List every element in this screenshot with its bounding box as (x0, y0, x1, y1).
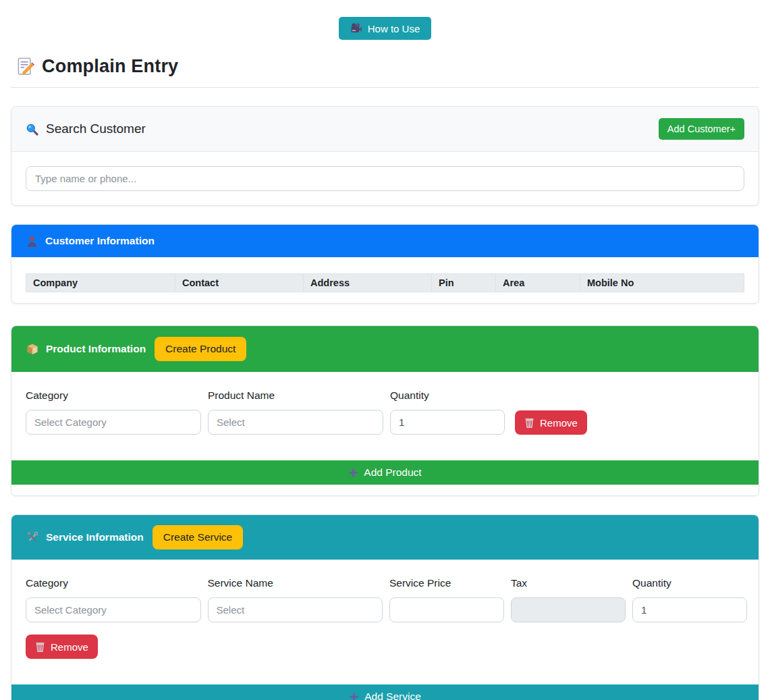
service-fields-body: Category Service Name Service Price Tax … (11, 560, 759, 684)
remove-product-label: Remove (540, 417, 578, 429)
service-category-select[interactable] (26, 597, 201, 622)
service-row: Category Service Name Service Price Tax … (26, 577, 747, 622)
package-icon (26, 343, 38, 355)
service-info-card: Service Information Create Service Categ… (11, 514, 759, 700)
service-tax-input (511, 597, 626, 622)
plus-icon (348, 468, 358, 478)
hammer-and-wrench-icon (26, 531, 38, 543)
page-container: Complain Entry Search Customer Add Custo… (0, 56, 770, 700)
wastebasket-icon (35, 641, 45, 652)
service-price-input[interactable] (389, 597, 504, 622)
column-header-mobile: Mobile No (580, 274, 744, 292)
product-fields-body: Category Product Name Quantity (11, 372, 759, 460)
product-quantity-label: Quantity (390, 389, 505, 402)
product-info-card: Product Information Create Product Categ… (11, 325, 759, 496)
product-name-select[interactable] (208, 410, 383, 435)
customer-info-card: Customer Information Company Contact Add… (11, 224, 759, 304)
service-remove-row: Remove (26, 635, 747, 659)
column-header-pin: Pin (432, 274, 496, 292)
service-info-title: Service Information (46, 531, 144, 543)
add-customer-button[interactable]: Add Customer+ (659, 118, 744, 140)
plus-icon (349, 692, 359, 700)
create-service-button[interactable]: Create Service (153, 525, 244, 549)
remove-service-label: Remove (51, 641, 88, 653)
customer-table-wrap: Company Contact Address Pin Area Mobile … (11, 257, 759, 303)
page-title: Complain Entry (42, 56, 178, 77)
service-name-label: Service Name (208, 577, 383, 589)
service-category-label: Category (26, 577, 201, 589)
search-customer-title: Search Customer (46, 122, 146, 136)
create-product-button[interactable]: Create Product (155, 337, 246, 361)
customer-table: Company Contact Address Pin Area Mobile … (26, 273, 744, 292)
column-header-address: Address (304, 274, 432, 292)
wastebasket-icon (524, 417, 534, 428)
column-header-contact: Contact (175, 274, 304, 292)
movie-camera-icon (350, 22, 362, 34)
product-row: Category Product Name Quantity (26, 389, 747, 435)
product-category-select[interactable] (26, 410, 201, 435)
topbar: How to Use (0, 0, 770, 40)
product-info-header: Product Information Create Product (11, 326, 759, 372)
service-quantity-input[interactable] (632, 597, 747, 622)
product-card-footer (11, 485, 759, 495)
product-name-label: Product Name (208, 389, 383, 402)
column-header-area: Area (496, 274, 580, 292)
service-info-header: Service Information Create Service (11, 515, 759, 560)
person-icon (26, 236, 38, 247)
memo-pencil-icon (16, 57, 34, 76)
add-service-button[interactable]: Add Service (11, 684, 759, 700)
customer-table-header-row: Company Contact Address Pin Area Mobile … (26, 274, 744, 292)
product-quantity-input[interactable] (390, 410, 505, 435)
search-icon (26, 123, 38, 136)
service-name-select[interactable] (208, 597, 383, 622)
customer-info-title: Customer Information (45, 235, 155, 247)
customer-search-input[interactable] (26, 166, 744, 191)
search-customer-header: Search Customer Add Customer+ (11, 107, 759, 152)
how-to-use-button[interactable]: How to Use (339, 17, 432, 40)
column-header-company: Company (26, 274, 175, 292)
add-product-label: Add Product (364, 466, 421, 479)
product-category-label: Category (26, 389, 201, 402)
add-service-label: Add Service (364, 691, 421, 700)
how-to-use-label: How to Use (368, 23, 420, 34)
search-customer-card: Search Customer Add Customer+ (11, 106, 759, 206)
customer-info-header: Customer Information (11, 225, 759, 257)
service-quantity-label: Quantity (632, 577, 747, 589)
remove-service-button[interactable]: Remove (26, 635, 98, 659)
remove-product-button[interactable]: Remove (515, 410, 587, 435)
add-product-button[interactable]: Add Product (11, 460, 759, 485)
page-title-row: Complain Entry (11, 56, 759, 88)
service-tax-label: Tax (511, 577, 626, 589)
product-info-title: Product Information (46, 343, 146, 355)
search-customer-body (11, 152, 759, 205)
service-price-label: Service Price (389, 577, 504, 589)
